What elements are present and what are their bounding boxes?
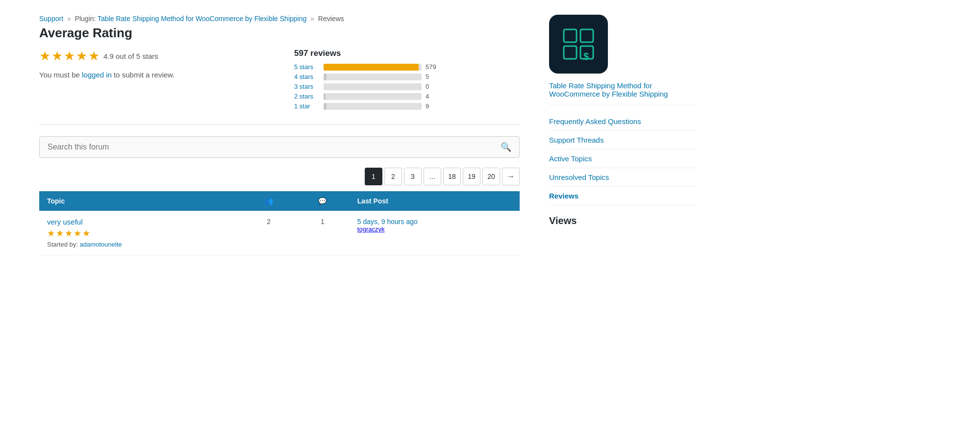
page-btn-3[interactable]: 3	[404, 168, 422, 185]
bar-track-2stars	[324, 93, 422, 100]
sidebar-item-unresolved[interactable]: Unresolved Topics	[549, 168, 696, 187]
topics-table: Topic 👥 💬 Last Post very useful ★	[39, 191, 520, 255]
breadcrumb-current: Reviews	[318, 15, 344, 23]
search-input[interactable]	[48, 143, 501, 151]
page-btn-1[interactable]: 1	[365, 168, 382, 185]
breadcrumb-sep2: »	[310, 15, 314, 23]
last-post-cell: 5 days, 9 hours ago tograczyk	[350, 211, 520, 255]
rating-section: Average Rating ★ ★ ★ ★ ★ 4.9 out of 5 st…	[39, 25, 520, 125]
bar-label-4stars[interactable]: 4 stars	[294, 73, 320, 80]
bar-count-3stars: 0	[426, 83, 429, 90]
replies-icon: 💬	[318, 197, 327, 205]
bar-label-2stars[interactable]: 2 stars	[294, 93, 320, 100]
star-5: ★	[88, 49, 100, 64]
svg-text:$: $	[583, 51, 589, 62]
th-users: 👥	[242, 191, 296, 211]
topic-star-5: ★	[82, 228, 90, 239]
bar-label-5stars[interactable]: 5 stars	[294, 63, 320, 71]
sidebar-item-active[interactable]: Active Topics	[549, 150, 696, 168]
sidebar-item-faq[interactable]: Frequently Asked Questions	[549, 112, 696, 131]
login-prefix: You must be	[39, 71, 80, 79]
topic-star-4: ★	[74, 228, 81, 239]
bar-label-1star[interactable]: 1 star	[294, 102, 320, 110]
search-section: 🔍	[39, 136, 520, 158]
th-replies: 💬	[296, 191, 350, 211]
bar-track-5stars	[324, 64, 422, 71]
bar-count-4stars: 5	[426, 73, 429, 80]
pagination: 1 2 3 … 18 19 20 →	[39, 168, 520, 185]
topic-star-2: ★	[56, 228, 64, 239]
sidebar-item-support[interactable]: Support Threads	[549, 131, 696, 150]
th-last-post: Last Post	[350, 191, 520, 211]
last-post-time: 5 days, 9 hours ago	[357, 218, 512, 226]
bar-fill-5stars	[324, 64, 419, 71]
breadcrumb-plugin-link[interactable]: Table Rate Shipping Method for WooCommer…	[98, 15, 306, 23]
search-icon[interactable]: 🔍	[501, 142, 511, 152]
topic-cell: very useful ★ ★ ★ ★ ★ Started by: adamot…	[39, 211, 242, 255]
star-3: ★	[64, 49, 75, 64]
breadcrumb-support-link[interactable]: Support	[39, 15, 63, 23]
bar-track-3stars	[324, 83, 422, 90]
started-by-prefix: Started by:	[47, 241, 78, 248]
breadcrumb-plugin-prefix: Plugin:	[75, 15, 96, 23]
rating-score-text: 4.9 out of 5 stars	[103, 52, 158, 60]
last-post-author: tograczyk	[357, 226, 512, 233]
login-suffix: to submit a review.	[114, 71, 175, 79]
search-box: 🔍	[39, 136, 520, 158]
bar-fill-1star	[324, 103, 327, 110]
users-icon: 👥	[265, 197, 273, 205]
topic-link[interactable]: very useful	[47, 218, 83, 226]
th-topic: Topic	[39, 191, 242, 211]
star-1: ★	[39, 49, 50, 64]
breadcrumb: Support » Plugin: Table Rate Shipping Me…	[39, 15, 520, 23]
page-btn-20[interactable]: 20	[482, 168, 500, 185]
bar-3stars: 3 stars 0	[294, 83, 520, 90]
login-note: You must be logged in to submit a review…	[39, 71, 265, 79]
page-wrapper: Support » Plugin: Table Rate Shipping Me…	[0, 0, 980, 270]
breadcrumb-sep1: »	[67, 15, 71, 23]
sidebar: $ Table Rate Shipping Method for WooComm…	[549, 15, 696, 255]
table-header-row: Topic 👥 💬 Last Post	[39, 191, 520, 211]
bar-2stars: 2 stars 4	[294, 93, 520, 100]
page-btn-18[interactable]: 18	[443, 168, 461, 185]
page-btn-next[interactable]: →	[502, 168, 520, 185]
star-4: ★	[76, 49, 87, 64]
bar-count-1star: 9	[426, 102, 429, 110]
table-row: very useful ★ ★ ★ ★ ★ Started by: adamot…	[39, 211, 520, 255]
plugin-icon-svg: $	[559, 25, 598, 64]
bar-track-1star	[324, 103, 422, 110]
sidebar-views-title: Views	[549, 215, 696, 226]
started-by-author[interactable]: adamotounelte	[80, 241, 122, 248]
voice-count-cell: 2	[242, 211, 296, 255]
sidebar-plugin-icon: $	[549, 15, 608, 74]
page-btn-19[interactable]: 19	[463, 168, 480, 185]
last-post-author-link[interactable]: tograczyk	[357, 226, 385, 233]
sidebar-item-reviews[interactable]: Reviews	[549, 187, 696, 205]
bar-5stars: 5 stars 579	[294, 63, 520, 71]
topic-star-1: ★	[47, 228, 55, 239]
bar-track-4stars	[324, 74, 422, 80]
sidebar-plugin-name[interactable]: Table Rate Shipping Method for WooCommer…	[549, 81, 696, 105]
reply-count-cell: 1	[296, 211, 350, 255]
bar-fill-2stars	[324, 93, 326, 100]
stars-display: ★ ★ ★ ★ ★	[39, 49, 100, 64]
stars-row: ★ ★ ★ ★ ★ 4.9 out of 5 stars	[39, 49, 265, 64]
rating-body: ★ ★ ★ ★ ★ 4.9 out of 5 stars You must be…	[39, 49, 520, 112]
rating-title: Average Rating	[39, 25, 520, 41]
login-link[interactable]: logged in	[82, 71, 112, 79]
bar-count-5stars: 579	[426, 63, 436, 71]
bar-4stars: 4 stars 5	[294, 73, 520, 80]
bar-fill-4stars	[324, 74, 327, 80]
page-btn-2[interactable]: 2	[384, 168, 402, 185]
bar-count-2stars: 4	[426, 93, 429, 100]
started-by: Started by: adamotounelte	[47, 241, 234, 248]
rating-left: ★ ★ ★ ★ ★ 4.9 out of 5 stars You must be…	[39, 49, 265, 79]
svg-rect-0	[564, 29, 577, 42]
bar-label-3stars[interactable]: 3 stars	[294, 83, 320, 90]
page-btn-ellipsis: …	[424, 168, 441, 185]
rating-bars: 597 reviews 5 stars 579 4 stars 5	[294, 49, 520, 112]
reviews-count: 597 reviews	[294, 49, 520, 58]
svg-rect-2	[564, 46, 577, 59]
topic-star-3: ★	[65, 228, 73, 239]
svg-rect-1	[580, 29, 593, 42]
